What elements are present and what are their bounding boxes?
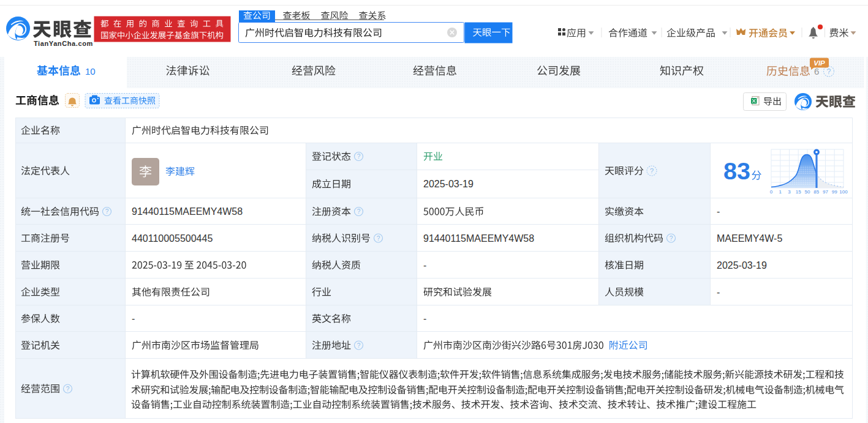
svg-text:?: ? xyxy=(105,208,109,215)
svg-text:50: 50 xyxy=(805,189,810,195)
svg-text:-: - xyxy=(132,313,135,324)
svg-text:2025-03-19: 2025-03-19 xyxy=(717,260,767,271)
svg-text:91440115MAEEMY4W58: 91440115MAEEMY4W58 xyxy=(423,233,534,244)
svg-text:?: ? xyxy=(66,386,70,392)
svg-text:91440115MAEEMY4W58: 91440115MAEEMY4W58 xyxy=(132,206,243,217)
svg-text:-: - xyxy=(423,313,426,324)
svg-text:?: ? xyxy=(357,153,361,160)
svg-text:10: 10 xyxy=(85,66,96,77)
svg-text:83: 83 xyxy=(723,157,750,184)
svg-text:2025-03-19: 2025-03-19 xyxy=(423,179,474,189)
svg-text:85: 85 xyxy=(813,189,819,195)
svg-text:?: ? xyxy=(357,342,361,349)
svg-text:MAEEMY4W-5: MAEEMY4W-5 xyxy=(717,233,782,244)
svg-text:-: - xyxy=(717,206,720,217)
svg-text:3: 3 xyxy=(788,189,791,195)
svg-text:97: 97 xyxy=(823,189,828,195)
svg-text:?: ? xyxy=(650,167,654,174)
svg-text:0: 0 xyxy=(770,189,773,195)
svg-text:99: 99 xyxy=(832,189,837,195)
svg-text:?: ? xyxy=(827,67,831,76)
svg-text:?: ? xyxy=(357,208,361,215)
svg-text:100: 100 xyxy=(839,189,848,195)
svg-text:?: ? xyxy=(670,235,673,242)
svg-text:15: 15 xyxy=(796,189,801,195)
svg-text:TianYanCha.com: TianYanCha.com xyxy=(34,40,93,47)
svg-text:6: 6 xyxy=(814,66,819,77)
svg-text:440110005500445: 440110005500445 xyxy=(132,233,213,244)
svg-text:-: - xyxy=(423,260,426,271)
svg-text:-: - xyxy=(717,287,720,298)
svg-text:VIP: VIP xyxy=(813,59,825,67)
svg-text:?: ? xyxy=(377,235,380,242)
svg-text:1: 1 xyxy=(779,189,782,195)
